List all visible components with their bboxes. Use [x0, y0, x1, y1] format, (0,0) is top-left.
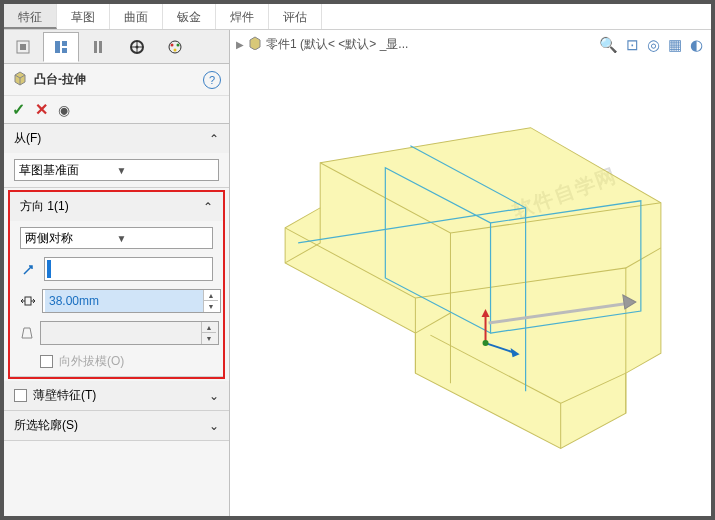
- tab-surface[interactable]: 曲面: [110, 4, 163, 29]
- section-from-header[interactable]: 从(F) ⌃: [4, 124, 229, 153]
- chevron-up-icon: ⌃: [203, 200, 213, 214]
- panel-tab-config[interactable]: [81, 32, 117, 62]
- thin-checkbox[interactable]: [14, 389, 27, 402]
- action-row: ✓ ✕ ◉: [4, 95, 229, 124]
- fit-icon[interactable]: ⊡: [626, 36, 639, 54]
- draft-input: [43, 322, 201, 344]
- chevron-down-icon: ▼: [117, 165, 215, 176]
- panel-tab-appearance[interactable]: [157, 32, 193, 62]
- section-thin-header[interactable]: 薄壁特征(T) ⌄: [4, 381, 229, 410]
- section-from-title: 从(F): [14, 130, 41, 147]
- from-plane-dropdown[interactable]: 草图基准面 ▼: [14, 159, 219, 181]
- svg-point-20: [483, 340, 489, 346]
- panel-tabs: [4, 30, 229, 64]
- chevron-down-icon: ⌄: [209, 419, 219, 433]
- help-icon[interactable]: ?: [203, 71, 221, 89]
- svg-point-12: [171, 43, 174, 46]
- end-condition-dropdown[interactable]: 两侧对称 ▼: [20, 227, 213, 249]
- depth-icon[interactable]: [20, 294, 36, 308]
- section-dir1-header[interactable]: 方向 1(1) ⌃: [10, 192, 223, 221]
- expand-icon[interactable]: ▶: [236, 39, 244, 50]
- cancel-button[interactable]: ✕: [35, 100, 48, 119]
- svg-point-14: [174, 48, 177, 51]
- draft-icon[interactable]: [20, 326, 34, 340]
- panel-tab-tree[interactable]: [5, 32, 41, 62]
- depth-stepper[interactable]: ▲▼: [203, 290, 218, 312]
- feature-title: 凸台-拉伸: [34, 71, 86, 88]
- chevron-down-icon: ⌄: [209, 389, 219, 403]
- zoom-icon[interactable]: 🔍: [599, 36, 618, 54]
- svg-rect-2: [55, 41, 60, 53]
- tab-sketch[interactable]: 草图: [57, 4, 110, 29]
- step-down[interactable]: ▼: [204, 301, 218, 312]
- ok-button[interactable]: ✓: [12, 100, 25, 119]
- part-icon: [248, 36, 262, 53]
- scene-icon[interactable]: ◐: [690, 36, 703, 54]
- draft-stepper: ▲▼: [201, 322, 216, 344]
- ribbon-tabs: 特征 草图 曲面 钣金 焊件 评估: [4, 4, 711, 30]
- tab-weldment[interactable]: 焊件: [216, 4, 269, 29]
- section-contours-header[interactable]: 所选轮廓(S) ⌄: [4, 411, 229, 440]
- feature-header: 凸台-拉伸 ?: [4, 64, 229, 95]
- section-contours-title: 所选轮廓(S): [14, 417, 78, 434]
- section-direction1: 方向 1(1) ⌃ 两侧对称 ▼: [10, 192, 223, 377]
- panel-tab-dim[interactable]: [119, 32, 155, 62]
- step-up[interactable]: ▲: [204, 290, 218, 301]
- tab-feature[interactable]: 特征: [4, 4, 57, 29]
- chevron-down-icon: ▼: [117, 233, 209, 244]
- chevron-up-icon: ⌃: [209, 132, 219, 146]
- reverse-direction-icon[interactable]: [20, 262, 38, 276]
- view-toolbar: 🔍 ⊡ ◎ ▦ ◐: [599, 36, 703, 54]
- section-dir1-title: 方向 1(1): [20, 198, 69, 215]
- section-thin: 薄壁特征(T) ⌄: [4, 381, 229, 411]
- extrude-icon: [12, 70, 28, 89]
- svg-rect-3: [62, 41, 67, 46]
- svg-rect-1: [20, 44, 26, 50]
- section-from: 从(F) ⌃ 草图基准面 ▼: [4, 124, 229, 188]
- svg-rect-6: [99, 41, 102, 53]
- display-icon[interactable]: ▦: [668, 36, 682, 54]
- model-3d: [230, 70, 711, 516]
- end-condition-value: 两侧对称: [25, 230, 117, 247]
- property-panel: 凸台-拉伸 ? ✓ ✕ ◉ 从(F) ⌃ 草图基准面 ▼: [4, 30, 230, 516]
- viewport[interactable]: ▶ 零件1 (默认< <默认> _显... 🔍 ⊡ ◎ ▦ ◐ 软件自学网: [230, 30, 711, 516]
- depth-input[interactable]: [45, 290, 203, 312]
- tab-sheetmetal[interactable]: 钣金: [163, 4, 216, 29]
- direction-field[interactable]: [44, 257, 213, 281]
- draft-outward-checkbox[interactable]: [40, 355, 53, 368]
- from-plane-value: 草图基准面: [19, 162, 117, 179]
- breadcrumb[interactable]: ▶ 零件1 (默认< <默认> _显...: [236, 36, 408, 53]
- breadcrumb-label: 零件1 (默认< <默认> _显...: [266, 36, 408, 53]
- draft-outward-label: 向外拔模(O): [59, 353, 124, 370]
- tab-evaluate[interactable]: 评估: [269, 4, 322, 29]
- section-contours: 所选轮廓(S) ⌄: [4, 411, 229, 441]
- section-thin-title: 薄壁特征(T): [33, 387, 96, 404]
- preview-icon[interactable]: ◉: [58, 102, 70, 118]
- orient-icon[interactable]: ◎: [647, 36, 660, 54]
- draft-field: ▲▼: [40, 321, 219, 345]
- panel-tab-property[interactable]: [43, 32, 79, 62]
- direction-input[interactable]: [51, 258, 210, 280]
- depth-field[interactable]: ▲▼: [42, 289, 221, 313]
- svg-rect-5: [94, 41, 97, 53]
- svg-rect-4: [62, 48, 67, 53]
- svg-point-13: [177, 43, 180, 46]
- svg-rect-15: [25, 297, 31, 305]
